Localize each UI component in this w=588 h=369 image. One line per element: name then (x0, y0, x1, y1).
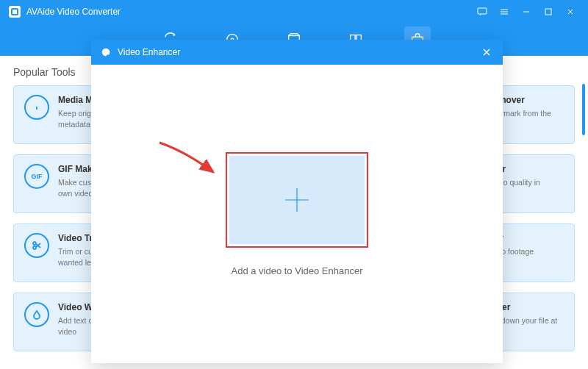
svg-point-9 (33, 246, 36, 249)
feedback-button[interactable] (473, 3, 491, 21)
plus-icon (281, 184, 313, 216)
modal-close-button[interactable] (479, 45, 494, 60)
app-logo (9, 6, 21, 18)
modal-body: Add a video to Video Enhancer (91, 65, 503, 363)
scissors-icon (24, 233, 49, 258)
scrollbar-thumb[interactable] (582, 84, 585, 135)
gif-icon: GIF (24, 164, 49, 189)
menu-button[interactable] (495, 3, 513, 21)
svg-point-8 (33, 242, 36, 245)
video-enhancer-modal: Video Enhancer Add a video to Video Enha… (91, 40, 503, 363)
palette-icon (100, 46, 112, 58)
modal-header: Video Enhancer (91, 40, 503, 65)
app-title: AVAide Video Converter (26, 7, 121, 17)
droplet-icon (24, 302, 49, 327)
svg-rect-1 (545, 9, 551, 15)
minimize-button[interactable] (517, 3, 535, 21)
titlebar: AVAide Video Converter (0, 0, 588, 24)
close-button[interactable] (562, 3, 579, 21)
add-video-dropzone[interactable] (229, 156, 365, 244)
modal-caption: Add a video to Video Enhancer (231, 265, 362, 276)
modal-title: Video Enhancer (118, 47, 180, 57)
svg-point-13 (107, 50, 109, 51)
svg-point-12 (104, 50, 106, 51)
svg-rect-0 (478, 8, 487, 14)
annotation-highlight (226, 152, 368, 248)
svg-point-11 (104, 51, 105, 53)
maximize-button[interactable] (539, 3, 557, 21)
info-icon (24, 95, 49, 120)
